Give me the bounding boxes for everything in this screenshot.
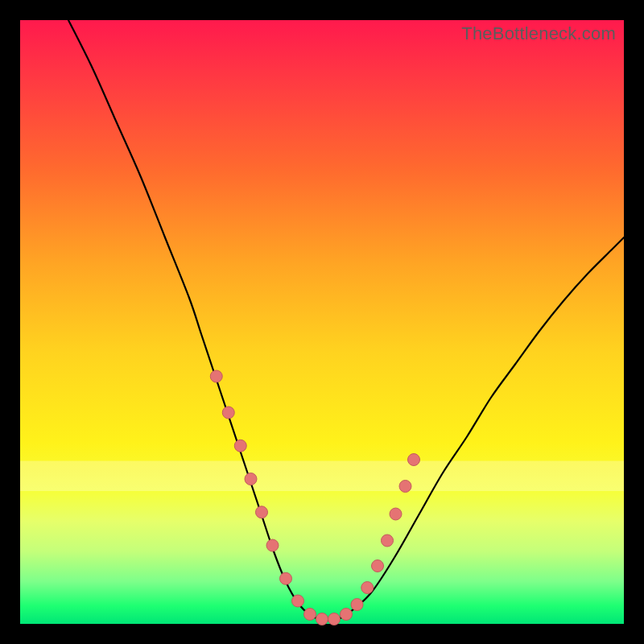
curve-marker <box>222 407 234 419</box>
curve-marker <box>292 595 304 607</box>
curve-marker <box>399 481 411 493</box>
outer-frame: TheBottleneck.com <box>0 0 644 644</box>
curve-marker <box>328 613 341 625</box>
curve-marker <box>361 582 374 594</box>
plot-area: TheBottleneck.com <box>20 20 624 624</box>
curve-marker <box>351 599 363 611</box>
curve-marker <box>316 613 328 625</box>
curve-marker <box>382 535 394 547</box>
curve-marker <box>408 454 420 466</box>
curve-marker <box>304 609 316 621</box>
bottleneck-curve <box>68 20 624 621</box>
curve-marker <box>280 572 292 584</box>
curve-marker <box>210 370 222 382</box>
chart-svg <box>20 20 624 624</box>
curve-marker <box>245 473 257 485</box>
curve-marker <box>390 508 402 520</box>
highlight-band <box>20 461 624 492</box>
marker-group <box>210 370 419 625</box>
curve-marker <box>256 506 268 518</box>
curve-marker <box>372 560 384 572</box>
curve-marker <box>234 440 246 452</box>
curve-marker <box>266 539 279 551</box>
curve-marker <box>341 609 353 621</box>
